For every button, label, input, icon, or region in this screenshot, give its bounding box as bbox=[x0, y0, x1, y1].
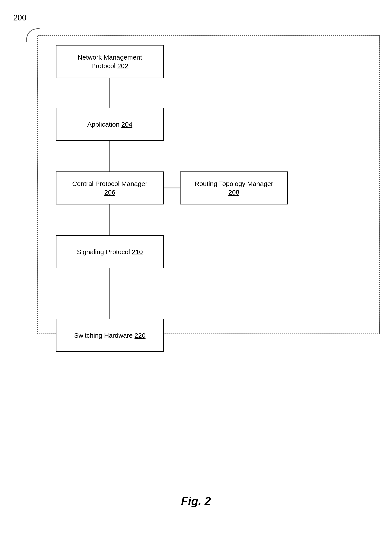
switching-hardware-node: Switching Hardware 220 bbox=[56, 319, 163, 352]
nmp-label: Network ManagementProtocol bbox=[78, 54, 142, 69]
sh-label: Switching Hardware bbox=[74, 332, 134, 339]
sp-id: 210 bbox=[132, 248, 143, 255]
reference-number: 200 bbox=[13, 13, 26, 22]
rtm-label: Routing Topology Manager bbox=[195, 180, 273, 187]
app-label: Application bbox=[87, 121, 121, 128]
central-protocol-manager-node: Central Protocol Manager206 bbox=[56, 172, 163, 205]
figure-label: Fig. 2 bbox=[181, 494, 211, 508]
routing-topology-manager-node: Routing Topology Manager208 bbox=[180, 172, 288, 205]
network-management-protocol-node: Network ManagementProtocol 202 bbox=[56, 45, 163, 78]
app-id: 204 bbox=[121, 121, 132, 128]
sp-label: Signaling Protocol bbox=[77, 248, 132, 255]
application-node: Application 204 bbox=[56, 108, 163, 141]
cpm-id: 206 bbox=[104, 189, 115, 196]
nmp-id: 202 bbox=[117, 62, 128, 69]
cpm-label: Central Protocol Manager bbox=[72, 180, 147, 187]
sh-id: 220 bbox=[135, 332, 146, 339]
rtm-id: 208 bbox=[229, 189, 239, 196]
signaling-protocol-node: Signaling Protocol 210 bbox=[56, 235, 163, 268]
diagram-container: 200 Network ManagementProtocol 202 Appli… bbox=[13, 13, 379, 519]
